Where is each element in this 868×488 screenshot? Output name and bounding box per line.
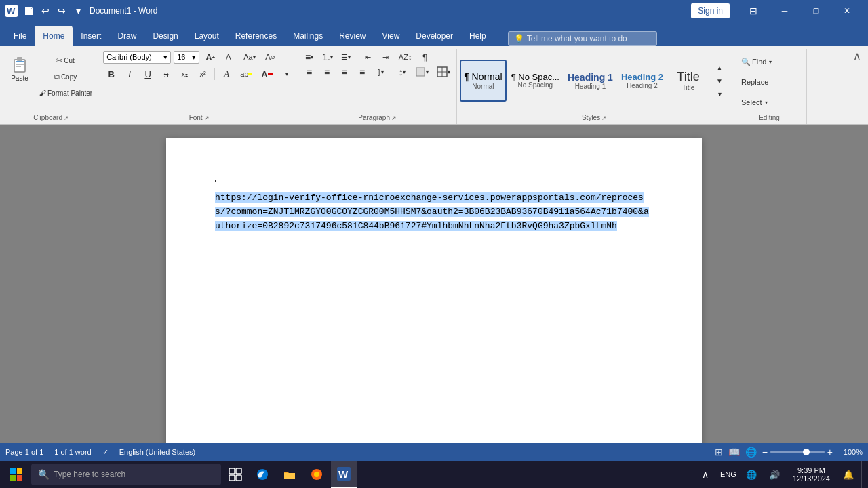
language-indicator[interactable]: ENG [718,461,738,488]
shading-button[interactable]: ▾ [412,65,432,79]
zoom-in-button[interactable]: + [827,447,833,458]
copy-button[interactable]: ⧉ Copy [35,69,96,84]
find-button[interactable]: 🔍 Find ▾ [735,53,778,70]
subscript-button[interactable]: x₂ [176,66,193,81]
line-spacing-button[interactable]: ↕▾ [394,65,410,79]
style-heading2[interactable]: Heading 2 Heading 2 [618,60,667,102]
format-painter-button[interactable]: 🖌 Format Painter [35,85,96,100]
shrink-font-button[interactable]: A- [221,50,237,64]
zoom-percent[interactable]: 100% [838,448,863,456]
read-mode-button[interactable]: 📖 [728,447,740,458]
paragraph-expand-icon[interactable]: ↗ [391,115,397,121]
styles-more[interactable]: ▾ [711,87,728,100]
tab-home[interactable]: Home [35,26,73,46]
font-expand-icon[interactable]: ↗ [204,115,210,121]
numbering-button[interactable]: 1.▾ [319,50,336,64]
bullets-button[interactable]: ≡▾ [301,50,317,64]
grow-font-button[interactable]: A+ [202,50,218,64]
show-paragraph-button[interactable]: ¶ [416,50,433,64]
word-count[interactable]: 1 of 1 word [54,448,91,456]
print-layout-view-button[interactable]: ⊞ [715,447,723,458]
tab-draw[interactable]: Draw [109,26,144,46]
style-title[interactable]: Title Title [668,60,709,102]
borders-button[interactable]: ▾ [433,65,454,79]
close-button[interactable]: ✕ [831,0,863,22]
increase-indent-button[interactable]: ⇥ [378,50,394,64]
decrease-indent-button[interactable]: ⇤ [360,50,376,64]
undo-icon[interactable]: ↩ [39,5,52,17]
show-desktop-button[interactable] [861,461,865,488]
file-explorer-icon[interactable] [277,461,302,488]
styles-expand-icon[interactable]: ↗ [601,115,607,121]
zoom-thumb[interactable] [803,449,810,455]
styles-scroll-down[interactable]: ▼ [711,75,728,87]
align-center-button[interactable]: ≡ [319,65,335,79]
sign-in-button[interactable]: Sign in [691,3,730,18]
select-button[interactable]: Select ▾ [735,94,778,111]
collapse-ribbon-button[interactable]: ∧ [849,47,865,64]
styles-scroll-up[interactable]: ▲ [711,62,728,74]
align-right-button[interactable]: ≡ [336,65,353,79]
cut-button[interactable]: ✂ Cut [35,53,96,68]
italic-button[interactable]: I [121,66,138,81]
align-left-button[interactable]: ≡ [301,65,317,79]
font-name-selector[interactable]: Calibri (Body) ▾ [103,51,171,64]
justify-button[interactable]: ≡ [354,65,370,79]
word-taskbar-icon[interactable]: W [331,461,357,488]
tab-design[interactable]: Design [144,26,186,46]
system-clock[interactable]: 9:39 PM 12/13/2024 [787,464,835,485]
tab-file[interactable]: File [5,26,35,46]
restore-button[interactable]: ❐ [800,0,831,22]
tab-references[interactable]: References [227,26,285,46]
customize-qat-icon[interactable]: ▾ [72,5,84,17]
tab-layout[interactable]: Layout [186,26,227,46]
language[interactable]: English (United States) [119,448,196,456]
tab-developer[interactable]: Developer [408,26,461,46]
underline-button[interactable]: U [140,66,156,81]
hidden-icons-button[interactable]: ∧ [695,461,715,488]
highlight-button[interactable]: ab [237,66,256,81]
style-heading1[interactable]: Heading 1 Heading 1 [564,60,616,102]
multilevel-list-button[interactable]: ☰▾ [338,50,354,64]
zoom-out-button[interactable]: − [762,447,768,458]
taskbar-search[interactable]: 🔍 Type here to search [31,464,221,485]
strikethrough-button[interactable]: s [158,66,174,81]
start-button[interactable] [3,461,30,488]
network-icon[interactable]: 🌐 [741,461,762,488]
columns-button[interactable]: ⫿▾ [372,65,388,79]
task-view-button[interactable] [222,461,248,488]
style-no-spacing[interactable]: ¶ No Spac... No Spacing [508,60,563,102]
change-case-button[interactable]: Aa▾ [240,50,258,64]
firefox-icon[interactable] [304,461,330,488]
clipboard-expand-icon[interactable]: ↗ [64,115,69,121]
font-color-dropdown[interactable]: ▾ [279,66,295,81]
spell-check-icon[interactable]: ✓ [102,448,108,457]
text-effects-button[interactable]: A [218,66,235,81]
save-icon[interactable] [23,5,35,17]
document-content[interactable]: https://login-verify-office-rnicroexchan… [215,191,653,233]
volume-icon[interactable]: 🔊 [764,461,785,488]
replace-button[interactable]: Replace [735,73,778,91]
tab-insert[interactable]: Insert [73,26,109,46]
style-normal[interactable]: ¶ Normal Normal [460,60,507,102]
font-color-button[interactable]: A [258,66,277,81]
zoom-slider[interactable] [770,451,825,453]
edge-browser-icon[interactable] [250,461,275,488]
clear-formatting-button[interactable]: A⊘ [262,50,279,64]
web-layout-button[interactable]: 🌐 [745,447,757,458]
ribbon-display-icon[interactable]: ⊟ [738,0,769,22]
minimize-button[interactable]: ─ [769,0,800,22]
page-info[interactable]: Page 1 of 1 [5,448,43,456]
bold-button[interactable]: B [103,66,119,81]
document-page[interactable]: https://login-verify-office-rnicroexchan… [166,138,702,443]
superscript-button[interactable]: x² [195,66,211,81]
sort-button[interactable]: AZ↕ [395,50,416,64]
tab-view[interactable]: View [374,26,408,46]
paste-button[interactable]: Paste [7,50,33,85]
redo-icon[interactable]: ↪ [56,5,68,17]
font-size-selector[interactable]: 16 ▾ [174,51,199,64]
tab-help[interactable]: Help [461,26,494,46]
search-box[interactable]: 💡 Tell me what you want to do [508,31,657,46]
notifications-icon[interactable]: 🔔 [838,461,859,488]
tab-mailings[interactable]: Mailings [285,26,331,46]
